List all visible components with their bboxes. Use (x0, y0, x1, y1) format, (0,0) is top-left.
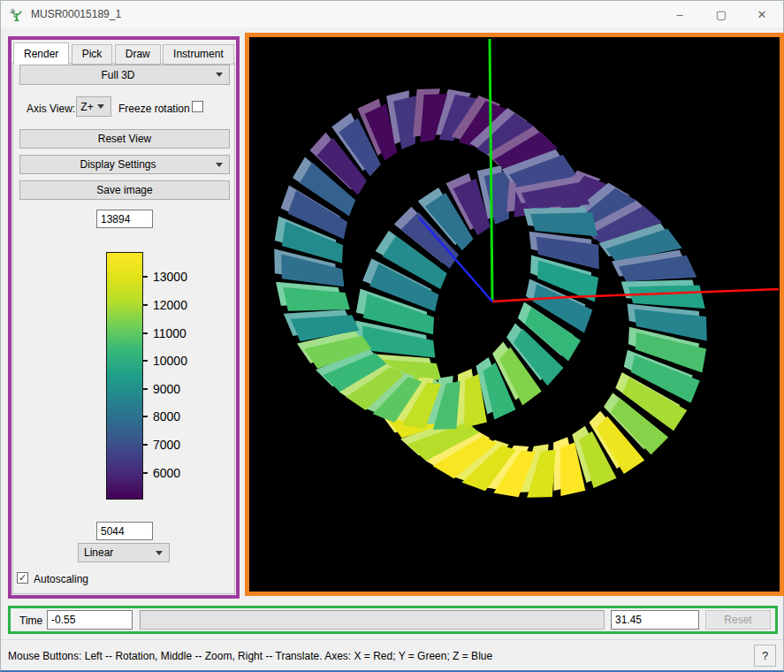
time-panel: Time Reset (8, 606, 778, 634)
time-start-input[interactable] (47, 610, 133, 630)
window-title: MUSR00015189_1 (31, 8, 121, 20)
axis-view-label: Axis View: (27, 103, 75, 115)
time-label: Time (19, 615, 42, 627)
autoscaling-checkbox[interactable]: ✓ (17, 572, 28, 584)
projection-select[interactable]: Full 3D (19, 65, 230, 85)
minimize-icon: – (676, 8, 682, 21)
scale-max-input[interactable] (96, 210, 153, 228)
help-button[interactable]: ? (754, 645, 776, 667)
close-icon: ✕ (757, 8, 767, 21)
chevron-down-icon (97, 104, 104, 109)
display-settings-button[interactable]: Display Settings (19, 155, 230, 174)
tab-instrument[interactable]: Instrument (163, 44, 234, 65)
time-slider[interactable] (140, 610, 605, 630)
freeze-rotation-checkbox[interactable] (192, 101, 203, 112)
save-image-button[interactable]: Save image (19, 180, 230, 200)
status-bar: Mouse Buttons: Left -- Rotation, Middle … (1, 639, 783, 671)
close-button[interactable]: ✕ (742, 1, 782, 27)
freeze-rotation-label: Freeze rotation (118, 103, 190, 115)
tab-bar: Render Pick Draw Instrument (13, 42, 233, 65)
render-controls-panel: Render Pick Draw Instrument Full 3D Axis… (8, 36, 240, 599)
scale-min-input[interactable] (96, 522, 153, 540)
reset-view-button[interactable]: Reset View (19, 129, 230, 149)
maximize-button[interactable]: ▢ (701, 1, 742, 27)
chevron-down-icon (156, 551, 163, 555)
axis-view-select[interactable]: Z+ (76, 96, 111, 117)
y-axis-line (490, 39, 492, 302)
chevron-down-icon (216, 73, 223, 77)
scale-type-select[interactable]: Linear (78, 543, 170, 562)
app-icon (9, 7, 25, 23)
tab-render[interactable]: Render (13, 42, 69, 65)
instrument-3d-viewport (245, 33, 784, 596)
instrument-3d-view[interactable] (249, 37, 780, 592)
maximize-icon: ▢ (716, 8, 727, 21)
chevron-down-icon (216, 163, 223, 167)
help-icon: ? (762, 649, 768, 662)
minimize-button[interactable]: – (659, 1, 700, 27)
autoscaling-label: Autoscaling (34, 573, 88, 585)
status-text: Mouse Buttons: Left -- Rotation, Middle … (8, 650, 492, 662)
instrument-view-window: MUSR00015189_1 – ▢ ✕ Render Pick Draw In… (0, 0, 784, 672)
time-end-input[interactable] (611, 610, 699, 630)
colorbar-gradient[interactable] (106, 252, 143, 500)
tab-draw[interactable]: Draw (115, 44, 161, 65)
tab-pick[interactable]: Pick (72, 44, 113, 65)
title-bar: MUSR00015189_1 – ▢ ✕ (1, 1, 783, 27)
time-reset-button[interactable]: Reset (705, 610, 771, 630)
